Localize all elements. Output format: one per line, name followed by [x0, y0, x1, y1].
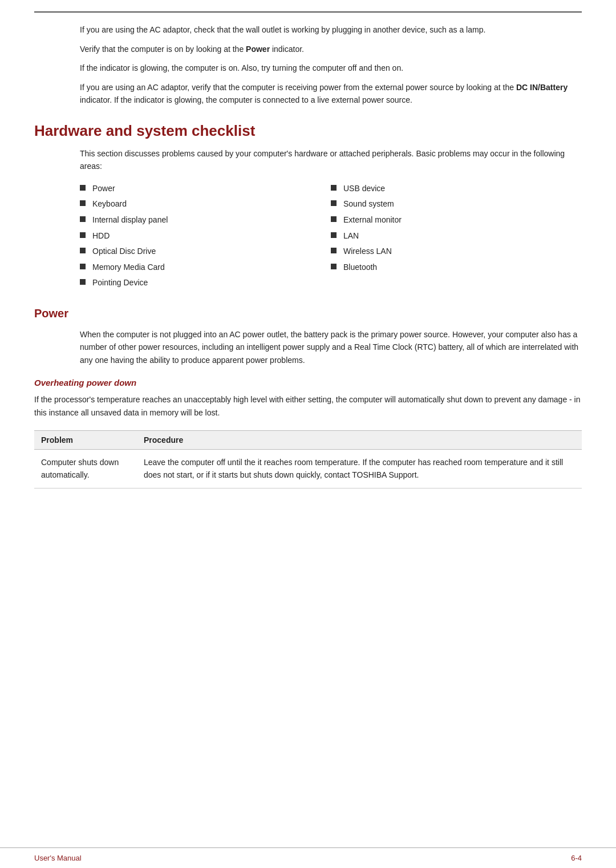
intro-para-3: If the indicator is glowing, the compute…: [80, 62, 582, 75]
list-item: Sound system: [331, 199, 582, 210]
checklist-item-label: Internal display panel: [92, 215, 168, 226]
checklist-item-label: Pointing Device: [92, 277, 148, 289]
bullet-icon: [80, 232, 86, 238]
section-intro: This section discusses problems caused b…: [80, 148, 582, 172]
bullet-icon: [331, 185, 337, 191]
bullet-icon: [80, 264, 86, 269]
checklist-item-label: USB device: [343, 183, 385, 195]
table-cell-procedure: Leave the computer off until the it reac…: [137, 449, 582, 488]
list-item: Pointing Device: [80, 277, 331, 289]
checklist-item-label: External monitor: [343, 215, 402, 226]
problem-table: Problem Procedure Computer shuts down au…: [34, 430, 582, 488]
table-header-problem: Problem: [34, 430, 137, 449]
footer-right: 6-4: [571, 854, 582, 862]
page-footer: User's Manual 6-4: [0, 847, 616, 868]
list-item: External monitor: [331, 215, 582, 226]
section-title: Hardware and system checklist: [34, 122, 582, 140]
bullet-icon: [80, 279, 86, 285]
page: If you are using the AC adaptor, check t…: [0, 0, 616, 868]
table-cell-problem: Computer shuts down automatically.: [34, 449, 137, 488]
checklist-left-col: Power Keyboard Internal display panel HD…: [80, 183, 331, 293]
list-item: Optical Disc Drive: [80, 246, 331, 257]
checklist-container: Power Keyboard Internal display panel HD…: [80, 183, 582, 293]
list-item: Internal display panel: [80, 215, 331, 226]
bullet-icon: [331, 264, 337, 269]
bullet-icon: [331, 248, 337, 253]
list-item: USB device: [331, 183, 582, 195]
table-header-procedure: Procedure: [137, 430, 582, 449]
footer-left: User's Manual: [34, 854, 82, 862]
list-item: Wireless LAN: [331, 246, 582, 257]
bullet-icon: [80, 216, 86, 222]
list-item: Bluetooth: [331, 262, 582, 273]
checklist-item-label: Keyboard: [92, 199, 127, 210]
bullet-icon: [80, 185, 86, 191]
intro-para-2: Verify that the computer is on by lookin…: [80, 43, 582, 56]
bullet-icon: [80, 200, 86, 206]
intro-para-1: If you are using the AC adaptor, check t…: [80, 24, 582, 37]
checklist-item-label: HDD: [92, 231, 110, 242]
bullet-icon: [331, 200, 337, 206]
list-item: Power: [80, 183, 331, 195]
checklist-item-label: Optical Disc Drive: [92, 246, 156, 257]
table-row: Computer shuts down automatically. Leave…: [34, 449, 582, 488]
checklist-item-label: Sound system: [343, 199, 394, 210]
checklist-item-label: Memory Media Card: [92, 262, 165, 273]
list-item: LAN: [331, 231, 582, 242]
checklist-item-label: Bluetooth: [343, 262, 377, 273]
list-item: HDD: [80, 231, 331, 242]
overheating-body: If the processor's temperature reaches a…: [34, 393, 582, 419]
intro-para-4: If you are using an AC adaptor, verify t…: [80, 82, 582, 106]
checklist-item-label: LAN: [343, 231, 359, 242]
list-item: Keyboard: [80, 199, 331, 210]
checklist-item-label: Wireless LAN: [343, 246, 392, 257]
checklist-item-label: Power: [92, 183, 115, 195]
bullet-icon: [331, 216, 337, 222]
bullet-icon: [331, 232, 337, 238]
checklist-right-col: USB device Sound system External monitor…: [331, 183, 582, 293]
overheating-subheading: Overheating power down: [34, 378, 582, 387]
list-item: Memory Media Card: [80, 262, 331, 273]
bullet-icon: [80, 248, 86, 253]
power-subsection-title: Power: [34, 307, 582, 320]
content: If you are using the AC adaptor, check t…: [0, 13, 616, 847]
power-subsection-body: When the computer is not plugged into an…: [80, 328, 582, 366]
